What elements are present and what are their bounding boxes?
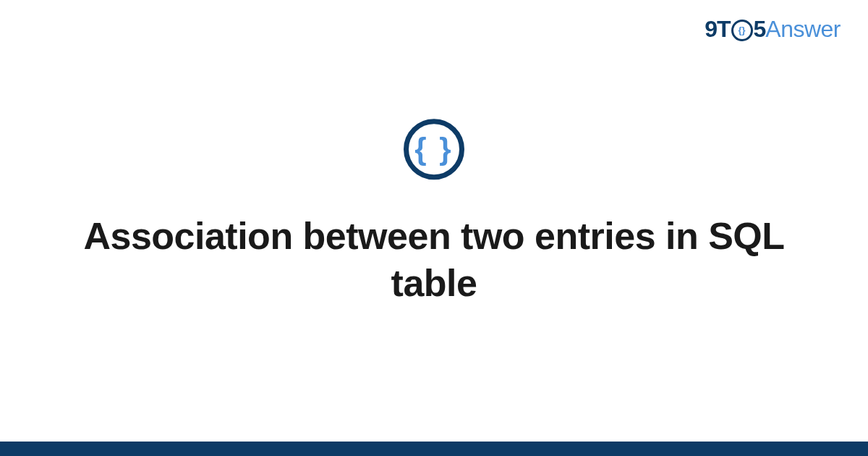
logo-circle-icon: {} [731,20,753,41]
logo-text-answer: Answer [765,16,841,43]
page-title: Association between two entries in SQL t… [43,213,825,307]
logo-text-9t: 9T [705,16,730,43]
footer-bar [0,442,868,456]
braces-glyph: { } [414,134,453,164]
logo-text-5: 5 [754,16,766,43]
logo-braces-icon: {} [738,25,745,35]
site-logo[interactable]: 9T {} 5 Answer [705,16,841,43]
main-content: { } Association between two entries in S… [0,119,868,307]
code-braces-icon: { } [404,119,464,180]
